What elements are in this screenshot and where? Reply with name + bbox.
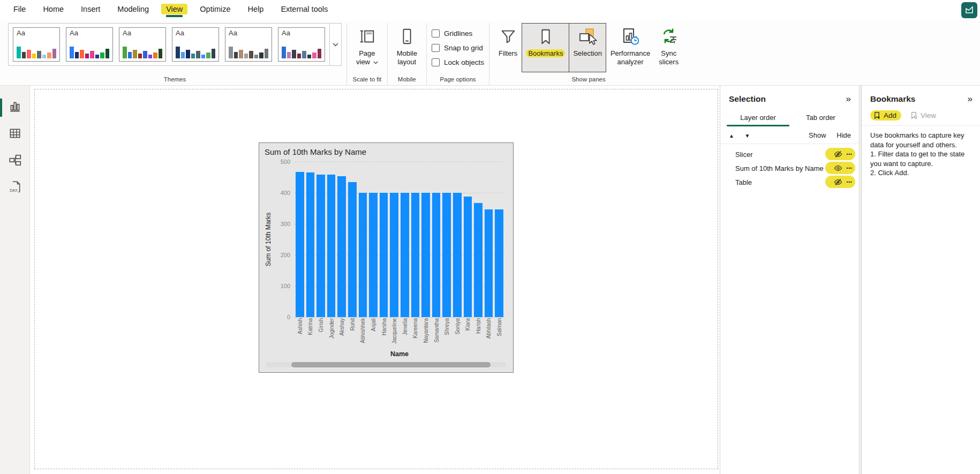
- checkbox-box[interactable]: [432, 29, 440, 37]
- bar-harish[interactable]: [474, 203, 483, 317]
- more-options-icon[interactable]: ···: [846, 150, 852, 159]
- more-options-icon[interactable]: ···: [846, 164, 852, 172]
- more-options-icon[interactable]: ···: [846, 178, 852, 186]
- page-view-label-2: view: [356, 58, 378, 66]
- collapse-pane-icon[interactable]: »: [968, 94, 973, 104]
- bar-anjali[interactable]: [369, 193, 378, 317]
- bar-jacqueline[interactable]: [390, 193, 398, 317]
- sync-pane-button[interactable]: Sync slicers: [654, 23, 683, 72]
- bar-joginder[interactable]: [327, 175, 336, 317]
- bookmark-view-icon: [910, 111, 918, 119]
- layer-item-table[interactable]: Table ···: [720, 175, 858, 189]
- page-options-checkboxes: Gridlines Snap to grid Lock objects: [432, 23, 484, 72]
- move-layer-down-button[interactable]: ▼: [745, 133, 750, 139]
- hide-all-button[interactable]: Hide: [836, 131, 851, 139]
- x-tick-label: Anjali: [369, 318, 378, 348]
- bar-rohit[interactable]: [348, 182, 357, 317]
- performance-pane-button[interactable]: Performance analyzer: [606, 23, 654, 72]
- theme-card-5[interactable]: Aa: [225, 27, 272, 62]
- bar-shreya[interactable]: [442, 193, 451, 317]
- checkbox-gridlines[interactable]: Gridlines: [432, 26, 484, 41]
- bar-salman[interactable]: [495, 209, 503, 317]
- report-page[interactable]: Sum of 10th Marks by Name Sum of 10th Ma…: [34, 89, 718, 469]
- x-tick-label: Soniya: [453, 318, 462, 348]
- checkbox-box[interactable]: [432, 58, 440, 66]
- layer-item-sum-of-10th-marks-by-name[interactable]: Sum of 10th Marks by Name ···: [720, 161, 858, 175]
- bookmarks-pane: Bookmarks » Add View Use bookmarks to ca…: [861, 86, 980, 474]
- sidebar-model-view[interactable]: [0, 148, 30, 175]
- y-tick-label: 300: [271, 221, 290, 227]
- sidebar-report-view[interactable]: [0, 94, 30, 121]
- checkbox-label: Lock objects: [444, 58, 484, 66]
- bar-samantha[interactable]: [432, 193, 441, 317]
- bar-katrina[interactable]: [306, 172, 315, 317]
- layer-item-slicer[interactable]: Slicer ···: [720, 147, 858, 161]
- menu-item-file[interactable]: File: [9, 4, 31, 17]
- theme-card-3[interactable]: Aa: [119, 27, 166, 62]
- bar-nayantara[interactable]: [421, 193, 430, 317]
- eye-hidden-icon[interactable]: [834, 150, 842, 159]
- show-panes-buttons: Filters Bookmarks Selection Performance …: [494, 23, 683, 72]
- checkbox-snap-to-grid[interactable]: Snap to grid: [432, 41, 484, 55]
- menu-item-home[interactable]: Home: [38, 4, 69, 17]
- menu-item-external-tools[interactable]: External tools: [276, 4, 333, 17]
- scrollbar-thumb[interactable]: [291, 362, 491, 367]
- page-view-label-1: Page: [359, 49, 375, 58]
- theme-card-2[interactable]: Aa: [66, 27, 113, 62]
- page-options-group-label: Page options: [432, 75, 484, 85]
- add-bookmark-button[interactable]: Add: [870, 110, 901, 121]
- sidebar-table-view[interactable]: [0, 121, 30, 148]
- x-tick-label: Joginder: [327, 318, 336, 348]
- eye-hidden-icon[interactable]: [834, 178, 842, 186]
- x-tick-label: Harsha: [380, 318, 388, 348]
- bar-abhishhek[interactable]: [359, 193, 367, 317]
- theme-card-4[interactable]: Aa: [172, 27, 219, 62]
- main-row: DAX Sum of 10th Marks by Name Sum of 10t…: [0, 86, 980, 474]
- chart-horizontal-scrollbar[interactable]: [266, 362, 507, 367]
- selection-icon: [578, 26, 597, 48]
- menu-item-insert[interactable]: Insert: [76, 4, 105, 17]
- theme-card-6[interactable]: Aa: [278, 27, 325, 62]
- theme-palette-preview: [17, 43, 56, 58]
- bar-chart-visual[interactable]: Sum of 10th Marks by Name Sum of 10th Ma…: [259, 142, 514, 373]
- menu-item-help[interactable]: Help: [243, 4, 269, 17]
- x-tick-label: Katrina: [306, 318, 315, 348]
- app-icon[interactable]: [961, 2, 977, 18]
- view-bookmarks-button[interactable]: View: [910, 111, 936, 119]
- sidebar-dax-query-view[interactable]: DAX: [0, 175, 30, 201]
- bar-kiara[interactable]: [464, 197, 472, 317]
- page-view-button[interactable]: Page view: [352, 23, 382, 66]
- filters-pane-button[interactable]: Filters: [494, 23, 522, 72]
- theme-card-1[interactable]: Aa: [13, 27, 60, 62]
- bookmarks-pane-button[interactable]: Bookmarks: [522, 23, 569, 72]
- chevron-down-icon: [373, 61, 378, 64]
- bar-abhilash[interactable]: [485, 209, 493, 317]
- ribbon-group-page-options: Gridlines Snap to grid Lock objects Page…: [426, 23, 489, 85]
- bar-girish[interactable]: [316, 175, 325, 317]
- tab-tab-order[interactable]: Tab order: [789, 110, 852, 126]
- bar-akshay[interactable]: [337, 176, 346, 317]
- themes-gallery-expand-button[interactable]: [329, 24, 341, 65]
- selection-pane-button[interactable]: Selection: [569, 23, 606, 72]
- move-layer-up-button[interactable]: ▲: [729, 133, 734, 139]
- show-all-button[interactable]: Show: [809, 131, 826, 139]
- collapse-pane-icon[interactable]: »: [846, 94, 851, 104]
- menubar-items: File Home Insert Modeling View Optimize …: [9, 4, 340, 17]
- mobile-layout-label-1: Mobile: [397, 49, 417, 58]
- theme-cards: Aa Aa Aa Aa Aa Aa: [9, 24, 329, 65]
- checkbox-box[interactable]: [432, 44, 440, 52]
- bar-soniya[interactable]: [453, 193, 462, 317]
- tab-layer-order[interactable]: Layer order: [727, 110, 789, 126]
- bar-kareena[interactable]: [411, 193, 420, 317]
- bar-jenelia[interactable]: [401, 193, 409, 317]
- bar-ashish[interactable]: [296, 172, 304, 317]
- bar-harsha[interactable]: [380, 193, 388, 317]
- add-bookmark-label: Add: [884, 111, 896, 119]
- mobile-layout-button[interactable]: Mobile layout: [393, 23, 421, 66]
- checkbox-lock-objects[interactable]: Lock objects: [432, 55, 484, 70]
- menu-item-optimize[interactable]: Optimize: [195, 4, 235, 17]
- menu-item-modeling[interactable]: Modeling: [112, 4, 154, 17]
- eye-icon[interactable]: [834, 164, 842, 172]
- selection-pane-title: Selection: [729, 94, 766, 104]
- menu-item-view[interactable]: View: [161, 4, 187, 17]
